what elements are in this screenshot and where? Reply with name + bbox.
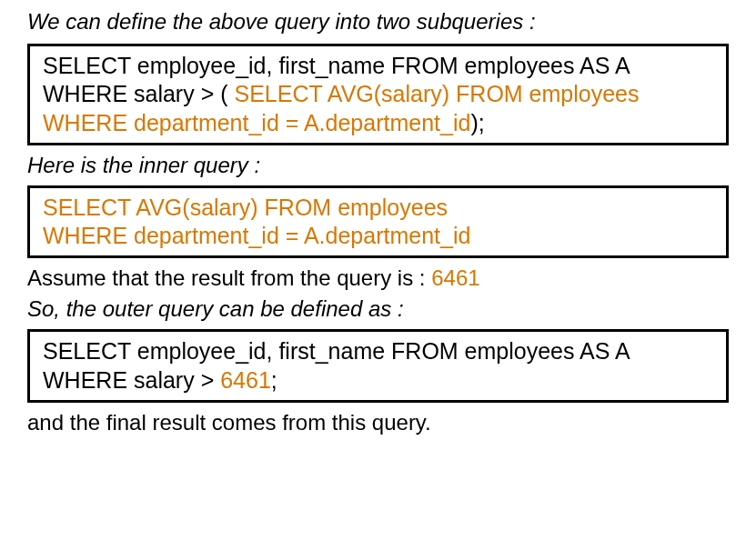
outer-query-box: SELECT employee_id, first_name FROM empl… [27,329,729,403]
where-prefix: WHERE salary > [43,367,220,393]
inner-query-box: SELECT AVG(salary) FROM employees WHERE … [27,185,729,259]
intro-text-2: Here is the inner query : [27,153,729,178]
code-line: SELECT employee_id, first_name [43,338,385,364]
inner-highlight: SELECT AVG(salary) FROM employees [234,81,639,106]
code-line: SELECT AVG(salary) FROM employees [43,195,448,220]
code-line: WHERE salary > 6461; [43,367,277,393]
paren-open: ( [220,81,234,106]
code-line: ( SELECT AVG(salary) FROM employees [220,81,639,106]
code-line: WHERE department_id = A.department_id [43,223,470,248]
code-line: FROM employees AS A [391,53,629,78]
intro-text-3: So, the outer query can be defined as : [27,296,729,322]
inner-highlight: WHERE department_id = A.department_id [43,110,470,135]
code-line: SELECT employee_id, first_name [43,53,385,78]
intro-text-1: We can define the above query into two s… [27,9,729,35]
semicolon: ; [271,367,277,393]
conclusion-text: and the final result comes from this que… [27,410,729,435]
assume-value: 6461 [431,265,479,290]
code-line: WHERE department_id = A.department_id); [43,110,485,135]
assume-text: Assume that the result from the query is… [27,265,729,291]
full-query-box: SELECT employee_id, first_name FROM empl… [27,44,729,145]
paren-close: ); [470,110,484,135]
result-value: 6461 [220,367,271,393]
assume-prefix: Assume that the result from the query is… [27,265,431,290]
code-line: FROM employees AS A [391,338,629,364]
code-line: WHERE salary > [43,81,214,106]
